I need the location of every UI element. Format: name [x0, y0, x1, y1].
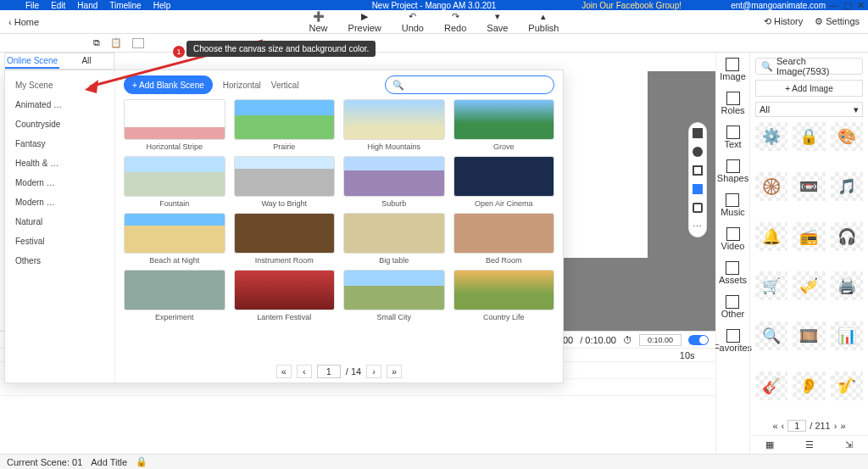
home-button[interactable]: Home — [8, 17, 39, 27]
menu-edit[interactable]: Edit — [51, 1, 65, 10]
cat-natural[interactable]: Natural — [5, 212, 114, 232]
scene-card[interactable]: Fountain — [124, 156, 225, 208]
scene-card[interactable]: Beach at Night — [124, 213, 225, 265]
scene-card[interactable]: Suburb — [343, 156, 445, 208]
rail-shapes[interactable]: Shapes — [717, 159, 748, 183]
asset-item[interactable]: 🖨️ — [831, 271, 863, 300]
asset-item[interactable]: 🎨 — [831, 122, 863, 151]
paste-icon[interactable]: 📋 — [110, 37, 122, 48]
cat-modern-1[interactable]: Modern … — [5, 173, 114, 193]
asset-item[interactable]: 🛞 — [755, 172, 787, 201]
add-blank-scene-button[interactable]: + Add Blank Scene — [124, 75, 213, 94]
asset-item[interactable]: 👂 — [793, 371, 825, 400]
maximize-button[interactable]: ▢ — [843, 0, 852, 11]
status-add-title[interactable]: Add Title — [91, 457, 127, 467]
minimize-button[interactable]: — — [829, 0, 838, 11]
cat-fantasy[interactable]: Fantasy — [5, 134, 114, 154]
color-box[interactable] — [132, 38, 144, 48]
time-box[interactable] — [639, 334, 682, 346]
cat-animated[interactable]: Animated … — [5, 95, 114, 114]
asset-item[interactable]: 📻 — [793, 222, 825, 251]
scene-card[interactable]: Instrument Room — [234, 213, 336, 265]
rail-assets[interactable]: Assets — [719, 261, 747, 285]
close-button[interactable]: ✕ — [857, 0, 865, 11]
scene-search[interactable]: 🔍 — [385, 75, 554, 94]
status-lock-icon[interactable]: 🔒 — [136, 456, 147, 467]
scene-card[interactable]: Experiment — [124, 270, 225, 321]
asset-search[interactable]: 🔍Search Image(7593) — [755, 58, 863, 75]
asset-item[interactable]: 🔔 — [755, 222, 787, 251]
scene-card[interactable]: Prairie — [234, 99, 336, 151]
scene-card[interactable]: Small City — [343, 270, 445, 321]
asset-item[interactable]: 🔒 — [793, 122, 825, 151]
scene-card[interactable]: Country Life — [453, 270, 555, 321]
rail-text[interactable]: Text — [724, 126, 741, 149]
menu-file[interactable]: File — [25, 1, 39, 10]
pager-last[interactable]: » — [387, 365, 402, 378]
pager-page-input[interactable] — [317, 365, 341, 378]
collapse-icon[interactable]: ⇲ — [845, 439, 853, 450]
cat-others[interactable]: Others — [5, 251, 114, 271]
save-button[interactable]: ▾Save — [487, 11, 508, 33]
asset-item[interactable]: 🎷 — [831, 371, 863, 400]
undo-button[interactable]: ↶Undo — [402, 11, 424, 33]
tool-screen-icon[interactable] — [693, 184, 703, 194]
grid-view-icon[interactable]: ▦ — [765, 439, 774, 450]
asset-filter[interactable]: All▾ — [755, 102, 863, 117]
my-scene[interactable]: My Scene — [5, 75, 114, 95]
copy-icon[interactable]: ⧉ — [93, 37, 100, 48]
asset-pager-prev[interactable]: ‹ — [782, 421, 785, 431]
tool-person-icon[interactable] — [693, 147, 703, 157]
rail-favorites[interactable]: Favorites — [714, 329, 752, 353]
scene-card[interactable]: Way to Bright — [234, 156, 336, 208]
rail-image[interactable]: Image — [720, 58, 746, 81]
asset-item[interactable]: 🔍 — [755, 321, 787, 350]
publish-button[interactable]: ▴Publish — [528, 11, 559, 33]
scene-card[interactable]: Lantern Festival — [234, 270, 336, 321]
asset-item[interactable]: 🎸 — [755, 371, 787, 400]
tool-lock-icon[interactable] — [693, 165, 703, 176]
history-button[interactable]: ⟲ History — [764, 16, 803, 27]
menu-timeline[interactable]: Timeline — [109, 1, 141, 10]
asset-pager-next[interactable]: › — [834, 421, 837, 431]
asset-pager-input[interactable] — [787, 420, 806, 432]
asset-item[interactable]: 🎵 — [831, 172, 863, 201]
tool-hand-icon[interactable] — [693, 128, 703, 138]
rail-music[interactable]: Music — [721, 193, 745, 217]
tab-all[interactable]: All — [59, 53, 114, 69]
scene-card[interactable]: Open Air Cinema — [453, 156, 555, 208]
asset-item[interactable]: 📼 — [793, 172, 825, 201]
pager-next[interactable]: › — [366, 365, 381, 378]
pager-first[interactable]: « — [276, 365, 292, 378]
pager-prev[interactable]: ‹ — [297, 365, 312, 378]
asset-pager-last[interactable]: » — [840, 421, 845, 431]
menu-help[interactable]: Help — [153, 1, 171, 10]
tool-box-icon[interactable] — [693, 203, 703, 213]
tool-more-icon[interactable]: ⋯ — [693, 221, 703, 232]
facebook-link[interactable]: Join Our Facebook Group! — [581, 1, 682, 10]
rail-other[interactable]: Other — [721, 295, 745, 319]
scene-card[interactable]: High Mountains — [343, 99, 445, 151]
rail-roles[interactable]: Roles — [721, 92, 744, 115]
tab-online-scene[interactable]: Online Scene — [5, 53, 59, 69]
redo-button[interactable]: ↷Redo — [444, 11, 466, 33]
cat-modern-2[interactable]: Modern … — [5, 193, 114, 212]
scene-card[interactable]: Bed Room — [453, 213, 555, 265]
preview-button[interactable]: ▶Preview — [348, 11, 381, 33]
asset-item[interactable]: 🎺 — [793, 271, 825, 300]
asset-item[interactable]: 🎞️ — [793, 321, 825, 350]
account-label[interactable]: ent@mangoanimate.com — [731, 1, 826, 10]
add-image-button[interactable]: + Add Image — [755, 80, 863, 97]
orientation-vertical[interactable]: Vertical — [271, 81, 299, 90]
scene-card[interactable]: Grove — [453, 99, 555, 151]
new-button[interactable]: ➕New — [309, 11, 328, 33]
orientation-horizontal[interactable]: Horizontal — [223, 81, 261, 90]
cat-festival[interactable]: Festival — [5, 232, 114, 251]
asset-item[interactable]: ⚙️ — [755, 122, 787, 151]
cat-health[interactable]: Health & … — [5, 154, 114, 173]
cat-countryside[interactable]: Countryside — [5, 114, 114, 134]
asset-item[interactable]: 🛒 — [755, 271, 787, 300]
scene-card[interactable]: Big table — [343, 213, 445, 265]
asset-item[interactable]: 📊 — [831, 321, 863, 350]
rail-video[interactable]: Video — [721, 227, 745, 251]
